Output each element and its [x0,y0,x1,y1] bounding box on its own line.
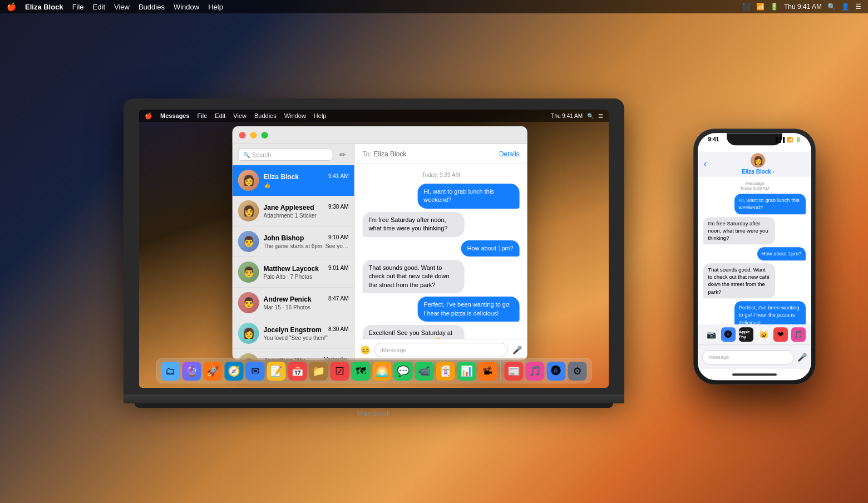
screen-help: Help [314,112,327,119]
search-icon[interactable]: 🔍 [827,3,836,11]
conversation-list: 👩 Eliza Block 9:41 AM 👍 [233,165,354,360]
screen-window: Window [284,112,306,119]
bubble-4: That sounds good. Want to check out that… [363,260,465,293]
avatar-andrew: 👨 [238,292,259,313]
dock-photos[interactable]: 🌅 [373,362,392,381]
avatar-jane: 👩 [238,200,259,221]
profile-icon[interactable]: 👤 [841,3,850,11]
iphone-wifi: 📶 [787,137,793,142]
dock-numbers[interactable]: 📊 [457,362,476,381]
dock-appstore[interactable]: 🅐 [547,362,566,381]
menubar-time: Thu 9:41 AM [784,3,822,11]
iphone-bubble-1: Hi, want to grab lunch this weekend? [734,194,806,214]
iphone-icon-applepay[interactable]: Apple Pay [739,327,753,342]
dock-gamecenter[interactable]: 🃏 [436,362,455,381]
message-3: How about 1pm? [363,240,520,257]
dock-mail[interactable]: ✉ [246,362,265,381]
dock-keynote[interactable]: 📽 [479,362,497,381]
iphone-service-label: iMessage Today 9:39 AM [703,181,806,191]
laptop-screen-menubar: 🍎 Messages File Edit View Buddies Window… [139,110,609,122]
iphone: 9:41 ▐▐▐ 📶 🔋 ‹ 👩 Eliza Block › [693,129,816,384]
dock-reminders[interactable]: ☑ [331,362,349,381]
conv-name-jane: Jane Appleseed 9:38 AM [264,203,349,211]
iphone-icon-digitaltouch[interactable]: ❤ [773,327,788,342]
message-1: Hi, want to grab lunch this weekend? [363,184,520,209]
iphone-inner: 9:41 ▐▐▐ 📶 🔋 ‹ 👩 Eliza Block › [698,133,811,380]
iphone-icon-appstore[interactable]: 🅐 [721,327,736,342]
menu-buddies[interactable]: Buddies [139,3,165,11]
bubble-1: Hi, want to grab lunch this weekend? [417,184,519,209]
laptop-dock: 🗂 🔮 🚀 🧭 ✉ 📝 📅 📁 ☑ 🗺 🌅 💬 📹 🃏 📊 📽 📰 🎵 [156,358,592,383]
menubar-left: 🍎 Eliza Block File Edit View Buddies Win… [7,2,223,11]
conversation-john[interactable]: 👨 John Bishop 9:10 AM The game starts at… [233,226,354,257]
imessage-input[interactable]: iMessage [374,342,508,357]
dock-facetime[interactable]: 📹 [415,362,434,381]
laptop-foot [135,403,613,408]
dock-music[interactable]: 🎵 [526,362,545,381]
search-field[interactable]: 🔍 Search [238,149,333,161]
iphone-input-field[interactable]: iMessage [702,350,794,364]
emoji-button[interactable]: 😊 [361,345,370,354]
screen-buddies: Buddies [254,112,277,119]
iphone-icon-camera[interactable]: 📷 [704,327,718,342]
menu-window[interactable]: Window [174,3,199,11]
iphone-mic-button[interactable]: 🎤 [797,353,807,362]
menu-file[interactable]: File [72,3,84,11]
sidebar: 🔍 Search ✏ 👩 Eliza Block [233,144,355,360]
bubble-3: How about 1pm? [461,240,519,257]
mic-button[interactable]: 🎤 [512,345,522,354]
iphone-contact-avatar: 👩 [751,153,765,167]
conversation-andrew[interactable]: 👨 Andrew Penick 8:47 AM Mar 15 · 16 Phot… [233,288,354,318]
conv-name-matthew: Matthew Laycock 9:01 AM [264,264,349,272]
menu-help[interactable]: Help [208,3,223,11]
maximize-button[interactable] [262,131,268,138]
conv-info-jane: Jane Appleseed 9:38 AM Attachment: 1 Sti… [264,203,349,218]
minimize-button[interactable] [250,131,257,138]
compose-button[interactable]: ✏ [337,149,349,161]
dock-sysprefs[interactable]: ⚙ [568,362,587,381]
list-icon[interactable]: ☰ [855,3,861,11]
menu-edit[interactable]: Edit [93,3,105,11]
iphone-icon-music[interactable]: 🎵 [791,327,806,342]
iphone-back-button[interactable]: ‹ [703,158,707,170]
conv-preview-matthew: Palo Alto · 7 Photos [264,273,349,279]
iphone-time: 9:41 [708,136,719,142]
dock-siri[interactable]: 🔮 [183,362,201,381]
dock-finder[interactable]: 🗂 [161,362,180,381]
iphone-contact-name[interactable]: Eliza Block › [710,169,806,175]
window-titlebar [233,126,527,144]
dock-messages[interactable]: 💬 [394,362,413,381]
screen-file: File [198,112,208,119]
conversation-matthew[interactable]: 👨 Matthew Laycock 9:01 AM Palo Alto · 7 … [233,257,354,288]
iphone-battery: 🔋 [795,137,801,142]
dock-maps[interactable]: 🗺 [352,362,371,381]
menu-view[interactable]: View [114,3,130,11]
iphone-messages: iMessage Today 9:39 AM Hi, want to grab … [698,176,811,324]
dock-safari[interactable]: 🧭 [225,362,244,381]
dock-launchpad[interactable]: 🚀 [204,362,223,381]
menubar-right: ⬛ 📶 🔋 Thu 9:41 AM 🔍 👤 ☰ [742,3,861,11]
dock-calendar[interactable]: 📅 [288,362,307,381]
avatar-john: 👨 [238,231,259,252]
iphone-input-placeholder: iMessage [707,354,729,360]
dock-news[interactable]: 📰 [505,362,524,381]
search-icon-small: 🔍 [243,151,250,157]
bubble-5: Perfect, I've been wanting to go! I hear… [417,297,519,322]
conv-preview-eliza: 👍 [264,181,349,188]
laptop: 🍎 Messages File Edit View Buddies Window… [124,98,624,417]
close-button[interactable] [239,131,246,138]
dock-notes[interactable]: 📝 [267,362,286,381]
iphone-chevron: › [773,169,775,175]
battery-icon: 🔋 [770,3,778,11]
details-button[interactable]: Details [499,150,520,157]
airplay-icon: ⬛ [742,3,751,11]
iphone-contact-info: 👩 Eliza Block › [710,153,806,175]
conversation-eliza[interactable]: 👩 Eliza Block 9:41 AM 👍 [233,165,354,196]
iphone-icon-memoji[interactable]: 🐱 [756,327,771,342]
conversation-jane[interactable]: 👩 Jane Appleseed 9:38 AM Attachment: 1 S… [233,196,354,226]
dock-files[interactable]: 📁 [309,362,328,381]
chat-input-bar: 😊 iMessage 🎤 [355,339,527,360]
conversation-jocelyn[interactable]: 👩 Jocelyn Engstrom 8:30 AM You loved "Se… [233,318,354,349]
iphone-msg-3: How about 1pm? [703,248,806,260]
apple-menu[interactable]: 🍎 [7,2,16,11]
